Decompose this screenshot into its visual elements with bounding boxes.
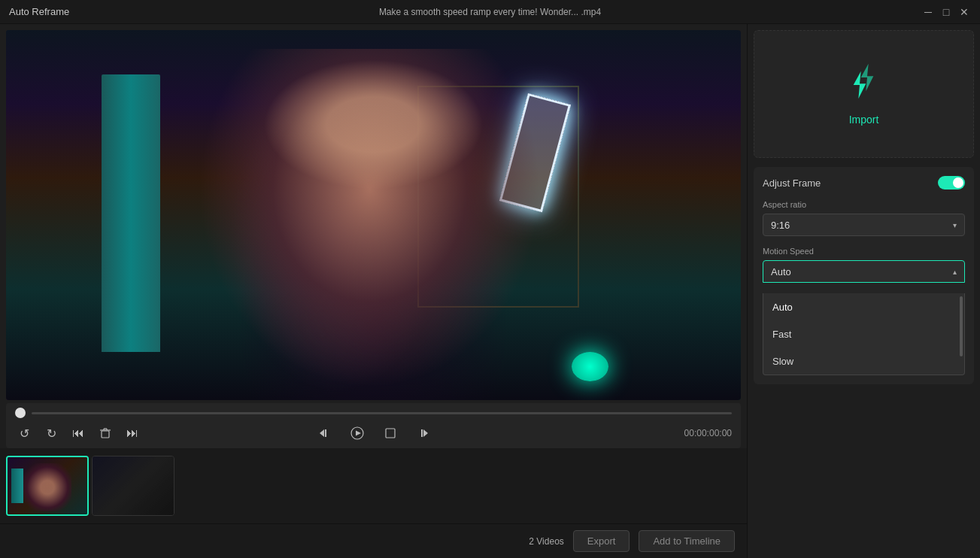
motion-speed-dropdown: Auto Fast Slow xyxy=(763,293,965,375)
bottom-bar: 2 Videos Export Add to Timeline xyxy=(0,523,747,558)
motion-speed-select[interactable]: Auto ▴ xyxy=(763,260,965,283)
stop-button[interactable] xyxy=(381,424,399,442)
thumb-bg-2 xyxy=(93,456,174,515)
window-controls: ─ □ ✕ xyxy=(921,5,971,19)
redo-button[interactable]: ↻ xyxy=(42,424,60,442)
video-background xyxy=(6,30,741,400)
adjust-section: Adjust Frame Aspect ratio 9:16 ▾ Motion … xyxy=(754,167,974,384)
svg-marker-10 xyxy=(423,429,428,437)
svg-rect-6 xyxy=(325,429,326,437)
app-title: Auto Reframe xyxy=(9,6,69,17)
import-label: Import xyxy=(849,114,879,126)
import-icon-stack xyxy=(842,62,887,108)
video-preview[interactable] xyxy=(6,30,741,400)
thumbnail-2[interactable] xyxy=(92,456,174,516)
adjust-frame-title: Adjust Frame xyxy=(763,177,821,189)
skip-back-button[interactable]: ⏮ xyxy=(69,424,87,442)
video-face xyxy=(263,59,484,189)
time-display: 00:00:00:00 xyxy=(684,428,732,438)
motion-speed-label: Motion Speed xyxy=(763,247,965,256)
progress-row xyxy=(15,408,732,418)
left-controls: ↺ ↻ ⏮ ⏭ xyxy=(15,424,141,442)
motion-speed-chevron: ▴ xyxy=(953,268,957,276)
aspect-ratio-select[interactable]: 9:16 ▾ xyxy=(763,214,965,236)
close-button[interactable]: ✕ xyxy=(957,5,971,19)
undo-button[interactable]: ↺ xyxy=(15,424,33,442)
step-back-button[interactable] xyxy=(315,424,333,442)
video-count: 2 Videos xyxy=(529,536,563,547)
skip-forward-button[interactable]: ⏭ xyxy=(123,424,141,442)
title-bar: Auto Reframe Make a smooth speed ramp ev… xyxy=(0,0,980,24)
svg-marker-5 xyxy=(320,429,324,437)
export-button[interactable]: Export xyxy=(573,530,630,552)
svg-marker-13 xyxy=(853,71,866,99)
aspect-ratio-value: 9:16 xyxy=(771,220,790,231)
aspect-ratio-chevron: ▾ xyxy=(953,221,957,229)
thumbnail-1[interactable] xyxy=(6,456,89,516)
motion-speed-value: Auto xyxy=(771,266,791,277)
main-layout: ↺ ↻ ⏮ ⏭ xyxy=(0,24,980,558)
progress-indicator[interactable] xyxy=(15,408,26,418)
dropdown-item-fast[interactable]: Fast xyxy=(763,320,964,347)
svg-rect-11 xyxy=(421,429,423,437)
step-forward-button[interactable] xyxy=(414,424,432,442)
play-button[interactable] xyxy=(348,424,366,442)
import-icon-front xyxy=(845,70,875,100)
maximize-button[interactable]: □ xyxy=(939,5,953,19)
transport-bar: ↺ ↻ ⏮ ⏭ xyxy=(6,403,741,448)
dropdown-scrollbar[interactable] xyxy=(960,296,963,356)
delete-button[interactable] xyxy=(96,424,114,442)
toggle-knob xyxy=(953,177,963,188)
minimize-button[interactable]: ─ xyxy=(921,5,935,19)
thumbnail-strip xyxy=(0,448,747,523)
dropdown-item-auto[interactable]: Auto xyxy=(763,293,964,320)
video-panel: ↺ ↻ ⏮ ⏭ xyxy=(0,24,747,558)
adjust-frame-toggle[interactable] xyxy=(938,176,965,190)
thumb-overlay xyxy=(93,456,174,515)
transport-controls: ↺ ↻ ⏮ ⏭ xyxy=(15,424,732,442)
progress-track[interactable] xyxy=(32,412,732,414)
adjust-header: Adjust Frame xyxy=(763,176,965,190)
video-door xyxy=(102,74,160,352)
aspect-ratio-label: Aspect ratio xyxy=(763,200,965,209)
add-to-timeline-button[interactable]: Add to Timeline xyxy=(639,530,735,552)
dropdown-item-slow[interactable]: Slow xyxy=(763,347,964,375)
thumb-person xyxy=(23,463,71,512)
import-section[interactable]: Import xyxy=(754,30,974,158)
svg-rect-0 xyxy=(102,431,109,438)
right-panel: Import Adjust Frame Aspect ratio 9:16 ▾ … xyxy=(747,24,980,558)
file-title: Make a smooth speed ramp every time! Won… xyxy=(379,7,601,17)
svg-marker-8 xyxy=(356,431,361,436)
svg-rect-9 xyxy=(386,429,395,438)
thumb-bg-1 xyxy=(8,457,87,514)
thumb-teal-detail xyxy=(11,469,23,503)
